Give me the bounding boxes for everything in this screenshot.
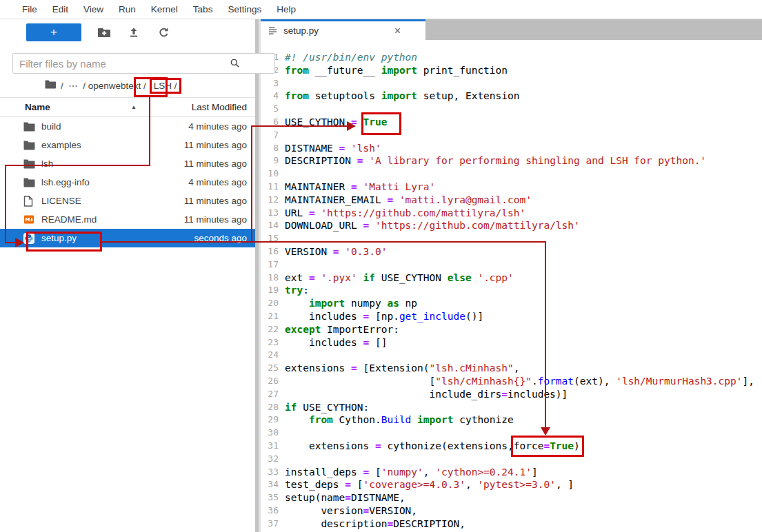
line-number: 11 [261,181,279,194]
code-line-26: 26 ["lsh/cMinhash{}".format(ext), 'lsh/M… [261,375,762,388]
file-last-modified: 11 minutes ago [184,140,247,150]
line-number: 6 [261,116,279,129]
folder-icon [23,121,35,132]
file-last-modified: seconds ago [194,233,247,243]
search-icon [230,58,240,71]
code-text: MAINTAINER_EMAIL = 'matti.lyra@gmail.com… [279,194,532,207]
refresh-button[interactable] [157,25,170,39]
code-line-20: 20 import numpy as np [261,297,762,310]
code-text: URL = 'https://github.com/mattilyra/lsh' [279,207,525,220]
code-text: from Cython.Build import cythonize [279,413,514,427]
file-name: lsh.egg-info [41,177,90,187]
new-launcher-button[interactable]: + [26,23,81,41]
line-number: 3 [261,77,279,90]
line-number: 13 [261,207,279,220]
line-number: 7 [261,129,279,142]
menu-item-run[interactable]: Run [111,4,143,14]
code-line-30: 30 [261,427,762,440]
line-number: 33 [261,466,279,479]
code-text [279,129,285,142]
line-number: 36 [261,504,279,518]
line-number: 29 [261,413,279,427]
panel-splitter[interactable] [255,19,261,532]
sort-ascending-icon: ▲ [131,104,137,110]
line-number: 26 [261,375,279,388]
file-row-setup.py[interactable]: setup.pyseconds ago [0,229,255,247]
code-text: DISTNAME = 'lsh' [279,142,381,155]
file-row-examples[interactable]: examples11 minutes ago [0,136,255,154]
code-line-28: 28if USE_CYTHON: [261,401,762,414]
main-area: + / ⋯ / openwebtext / LSH / [0,19,762,532]
code-text [279,103,285,116]
code-text: install_deps = ['numpy', 'cython>=0.24.1… [279,466,538,479]
code-line-34: 34test_deps = ['coverage>=4.0.3', 'pytes… [261,478,762,491]
menu-item-help[interactable]: Help [269,4,303,14]
code-text [279,427,285,440]
code-line-5: 5 [261,103,762,116]
file-row-readme.md[interactable]: README.md11 minutes ago [0,210,255,229]
breadcrumb-path[interactable]: / ⋯ / openwebtext / [61,80,146,91]
new-folder-button[interactable] [97,25,111,39]
file-row-lsh[interactable]: lsh11 minutes ago [0,154,255,173]
code-text: ext = '.pyx' if USE_CYTHON else '.cpp' [279,272,514,285]
code-line-14: 14DOWNLOAD_URL = 'https://github.com/mat… [261,219,762,232]
refresh-icon [158,27,170,39]
code-line-35: 35setup(name=DISTNAME, [261,491,762,504]
line-number: 4 [261,90,279,103]
code-text: from setuptools import setup, Extension [279,90,519,103]
code-text: ["lsh/cMinhash{}".format(ext), 'lsh/Murm… [279,375,754,388]
menu-item-settings[interactable]: Settings [220,4,269,14]
code-line-29: 29 from Cython.Build import cythonize [261,413,762,427]
menu-item-kernel[interactable]: Kernel [143,4,186,14]
filter-container [12,53,247,74]
code-text [279,453,285,466]
file-name: build [41,121,61,132]
tab-title: setup.py [283,25,319,36]
line-number: 24 [261,349,279,362]
menu-item-edit[interactable]: Edit [45,4,76,14]
line-number: 16 [261,245,279,258]
code-text: import numpy as np [279,297,417,310]
line-number: 30 [261,427,279,440]
code-line-25: 25extensions = [Extension("lsh.cMinhash"… [261,362,762,375]
code-text: extensions = cythonize(extensions,force=… [279,440,580,453]
upload-button[interactable] [127,25,141,39]
code-text: description=DESCRIPTION, [279,518,465,531]
line-number: 23 [261,336,279,349]
line-number: 32 [261,453,279,466]
file-row-license[interactable]: LICENSE11 minutes ago [0,192,255,210]
file-browser-panel: + / ⋯ / openwebtext / LSH / [0,19,255,532]
code-text: DOWNLOAD_URL = 'https://github.com/matti… [279,219,580,232]
code-text: extensions = [Extension("lsh.cMinhash", [279,362,519,375]
code-text: include_dirs=includes)] [279,388,568,401]
file-row-lsh.egg-info[interactable]: lsh.egg-info4 minutes ago [0,173,255,192]
menu-item-view[interactable]: View [76,4,111,14]
column-header-last-modified[interactable]: Last Modified [192,102,247,112]
code-editor[interactable]: 1#! /usr/bin/env python2from __future__ … [261,40,762,532]
code-line-16: 16VERSION = '0.3.0' [261,245,762,258]
line-number: 12 [261,194,279,207]
code-line-2: 2from __future__ import print_function [261,64,762,77]
code-line-11: 11MAINTAINER = 'Matti Lyra' [261,181,762,194]
code-text: MAINTAINER = 'Matti Lyra' [279,181,435,194]
tab-close-icon[interactable]: × [394,25,401,36]
menu-item-tabs[interactable]: Tabs [186,4,221,14]
file-row-build[interactable]: build4 minutes ago [0,117,255,136]
menu-item-file[interactable]: File [14,4,45,14]
code-line-6: 6USE_CYTHON = True [261,116,762,129]
line-number: 17 [261,258,279,272]
line-number: 35 [261,491,279,504]
column-header-name[interactable]: Name [25,102,50,112]
line-number: 10 [261,167,279,181]
file-name: README.md [41,214,97,225]
python-icon [23,232,35,244]
code-text [279,232,285,245]
breadcrumb-current-lsh[interactable]: LSH / [150,78,181,94]
line-number: 18 [261,272,279,285]
code-text: except ImportError: [279,323,399,336]
code-text: setup(name=DISTNAME, [279,491,405,504]
menu-bar: FileEditViewRunKernelTabsSettingsHelp [0,0,762,19]
code-line-22: 22except ImportError: [261,323,762,336]
tab-setup-py[interactable]: setup.py × [261,19,425,40]
line-number: 14 [261,219,279,232]
